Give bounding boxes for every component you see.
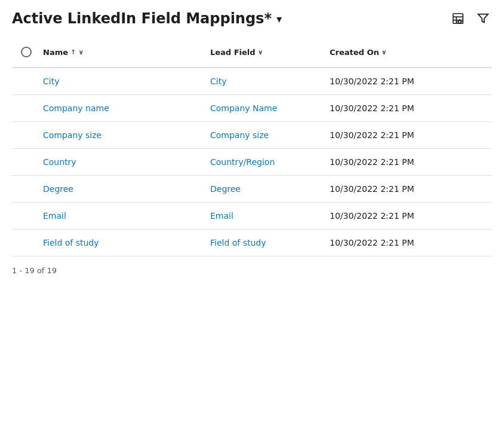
row-name-cell[interactable]: Country: [41, 149, 208, 175]
row-created-on-cell: 10/30/2022 2:21 PM: [327, 203, 492, 229]
title-chevron-icon[interactable]: ▾: [276, 13, 282, 25]
row-checkbox-cell: [12, 149, 41, 175]
page-header: Active LinkedIn Field Mappings* ▾: [12, 10, 492, 32]
created-on-col-label: Created On: [330, 48, 379, 57]
row-checkbox-cell: [12, 230, 41, 256]
pagination-label: 1 - 19 of 19: [12, 266, 57, 275]
row-lead-field-cell[interactable]: Field of study: [208, 230, 327, 256]
name-col-label: Name: [43, 48, 68, 57]
row-created-on-cell: 10/30/2022 2:21 PM: [327, 68, 492, 94]
row-created-on-cell: 10/30/2022 2:21 PM: [327, 176, 492, 202]
name-dropdown-icon[interactable]: ∨: [78, 48, 84, 56]
row-checkbox-cell: [12, 176, 41, 202]
lead-field-col-label: Lead Field: [210, 48, 256, 57]
table-row: Field of study Field of study 10/30/2022…: [12, 230, 492, 256]
row-created-on-cell: 10/30/2022 2:21 PM: [327, 122, 492, 148]
table-row: Company name Company Name 10/30/2022 2:2…: [12, 95, 492, 122]
lead-field-dropdown-icon[interactable]: ∨: [258, 48, 263, 56]
header-actions: [449, 10, 492, 27]
pagination-footer: 1 - 19 of 19: [12, 266, 492, 275]
row-name-cell[interactable]: City: [41, 68, 208, 94]
created-on-column-header[interactable]: Created On ∨: [327, 42, 492, 62]
created-on-dropdown-icon[interactable]: ∨: [382, 48, 387, 56]
name-column-header[interactable]: Name ↑ ∨: [41, 42, 208, 62]
checkbox-header-col: [12, 42, 41, 62]
row-name-cell[interactable]: Field of study: [41, 230, 208, 256]
svg-point-4: [458, 20, 461, 23]
page-title: Active LinkedIn Field Mappings*: [12, 10, 272, 27]
select-all-checkbox[interactable]: [21, 47, 32, 57]
settings-table-icon: [451, 12, 465, 25]
lead-field-column-header[interactable]: Lead Field ∨: [208, 42, 327, 62]
table-settings-button[interactable]: [449, 10, 467, 27]
row-name-cell[interactable]: Degree: [41, 176, 208, 202]
name-sort-icon: ↑: [70, 48, 76, 56]
table-row: Country Country/Region 10/30/2022 2:21 P…: [12, 149, 492, 176]
table-row: City City 10/30/2022 2:21 PM: [12, 68, 492, 95]
row-name-cell[interactable]: Email: [41, 203, 208, 229]
row-lead-field-cell[interactable]: Company size: [208, 122, 327, 148]
row-lead-field-cell[interactable]: Email: [208, 203, 327, 229]
row-lead-field-cell[interactable]: City: [208, 68, 327, 94]
row-lead-field-cell[interactable]: Country/Region: [208, 149, 327, 175]
row-name-cell[interactable]: Company size: [41, 122, 208, 148]
row-name-cell[interactable]: Company name: [41, 95, 208, 121]
row-created-on-cell: 10/30/2022 2:21 PM: [327, 149, 492, 175]
table-body: City City 10/30/2022 2:21 PM Company nam…: [12, 68, 492, 256]
row-created-on-cell: 10/30/2022 2:21 PM: [327, 230, 492, 256]
data-table: Name ↑ ∨ Lead Field ∨ Created On ∨ City …: [12, 42, 492, 256]
filter-button[interactable]: [474, 10, 492, 27]
table-header: Name ↑ ∨ Lead Field ∨ Created On ∨: [12, 42, 492, 68]
row-lead-field-cell[interactable]: Degree: [208, 176, 327, 202]
table-row: Email Email 10/30/2022 2:21 PM: [12, 203, 492, 230]
table-row: Company size Company size 10/30/2022 2:2…: [12, 122, 492, 149]
table-row: Degree Degree 10/30/2022 2:21 PM: [12, 176, 492, 203]
row-checkbox-cell: [12, 122, 41, 148]
title-group: Active LinkedIn Field Mappings* ▾: [12, 10, 282, 27]
row-checkbox-cell: [12, 68, 41, 94]
filter-icon: [477, 12, 490, 25]
row-lead-field-cell[interactable]: Company Name: [208, 95, 327, 121]
row-checkbox-cell: [12, 95, 41, 121]
row-created-on-cell: 10/30/2022 2:21 PM: [327, 95, 492, 121]
row-checkbox-cell: [12, 203, 41, 229]
